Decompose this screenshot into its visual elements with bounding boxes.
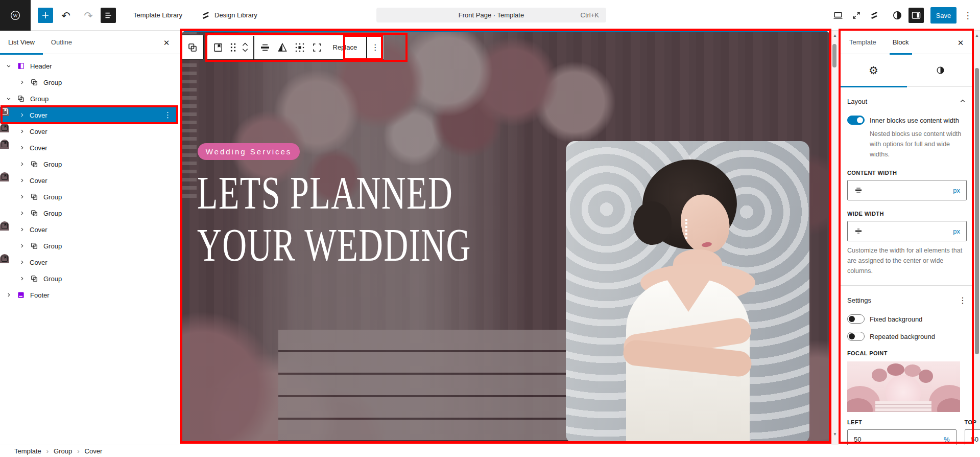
- canvas-scrollbar[interactable]: ▲ ▼: [831, 31, 839, 445]
- tab-block-styles[interactable]: [907, 54, 974, 86]
- block-options-button[interactable]: ⋮: [369, 36, 381, 59]
- fixed-background-row[interactable]: Fixed background: [847, 314, 967, 324]
- chevron-right-icon[interactable]: [17, 258, 27, 267]
- template-library-button[interactable]: Template Library: [133, 0, 182, 31]
- tab-list-view[interactable]: List View: [0, 31, 43, 54]
- chevron-right-icon[interactable]: [4, 290, 13, 300]
- repeated-background-row[interactable]: Repeated background: [847, 332, 967, 341]
- block-mover[interactable]: [239, 36, 251, 59]
- list-view-item-group[interactable]: Group: [0, 270, 178, 287]
- list-view-item-group[interactable]: Group: [0, 238, 178, 254]
- list-view-item-label: Group: [43, 79, 62, 86]
- list-view-toggle[interactable]: [101, 8, 116, 23]
- repeated-background-toggle[interactable]: [847, 332, 865, 341]
- focal-top-input[interactable]: [971, 436, 980, 443]
- options-icon[interactable]: ⋮: [164, 110, 172, 120]
- wide-width-unit[interactable]: px: [953, 227, 960, 235]
- chevron-down-icon[interactable]: [4, 94, 13, 103]
- design-library-icon: [200, 10, 211, 21]
- tab-outline[interactable]: Outline: [43, 31, 80, 54]
- design-library-topright-icon[interactable]: [869, 10, 880, 21]
- wordpress-logo[interactable]: W: [0, 0, 31, 31]
- duotone-icon: [276, 41, 289, 54]
- chevron-right-icon[interactable]: [17, 274, 27, 283]
- wide-width-field[interactable]: px: [847, 221, 967, 241]
- content-width-field[interactable]: px: [847, 180, 967, 200]
- wedding-services-badge[interactable]: Wedding Services: [198, 143, 300, 160]
- zoom-out-button[interactable]: [849, 8, 864, 23]
- content-width-unit[interactable]: px: [953, 187, 960, 194]
- replace-button[interactable]: Replace: [326, 36, 365, 59]
- layout-section-header[interactable]: Layout: [847, 95, 967, 107]
- align-none-icon: [259, 41, 271, 54]
- list-view-item-cover[interactable]: Cover: [0, 123, 178, 140]
- inner-blocks-toggle-row[interactable]: Inner blocks use content width: [847, 116, 967, 125]
- canvas-scrollbar-thumb[interactable]: [832, 44, 836, 67]
- settings-options-icon[interactable]: ⋮: [959, 295, 967, 305]
- drag-handle[interactable]: [227, 36, 239, 59]
- list-view-item-group[interactable]: Group: [0, 90, 178, 107]
- wide-width-input[interactable]: [867, 227, 953, 235]
- save-button[interactable]: Save: [930, 7, 957, 24]
- cover-block-type-button[interactable]: [209, 36, 227, 59]
- chevron-right-icon[interactable]: [17, 209, 27, 218]
- settings-panel-toggle[interactable]: [909, 8, 924, 23]
- content-width-input[interactable]: [867, 187, 953, 194]
- list-view-item-group[interactable]: Group: [0, 189, 178, 205]
- list-view-item-group[interactable]: Group: [0, 156, 178, 172]
- command-center[interactable]: Front Page · Template Ctrl+K: [376, 8, 606, 22]
- focal-left-input[interactable]: [854, 436, 944, 443]
- list-view-item-cover[interactable]: Cover: [0, 221, 178, 238]
- list-view-item-cover[interactable]: Cover: [0, 140, 178, 156]
- fixed-background-toggle[interactable]: [847, 314, 865, 324]
- breadcrumb-group[interactable]: Group: [54, 447, 72, 455]
- sidebar-scrollbar[interactable]: ▲ ▼: [974, 31, 980, 445]
- focal-left-unit[interactable]: %: [944, 436, 950, 443]
- chevron-right-icon[interactable]: [17, 225, 27, 234]
- list-view-item-cover[interactable]: Cover⋮: [0, 107, 178, 123]
- scroll-up-icon[interactable]: ▲: [831, 32, 839, 39]
- tab-template[interactable]: Template: [841, 31, 885, 54]
- bride-photo[interactable]: [566, 141, 809, 444]
- list-view-item-group[interactable]: Group: [0, 74, 178, 90]
- full-height-button[interactable]: [308, 36, 326, 59]
- options-menu-button[interactable]: ⋮: [960, 8, 975, 23]
- inner-blocks-toggle[interactable]: [847, 116, 865, 125]
- scroll-down-icon[interactable]: ▼: [831, 430, 839, 438]
- list-view-item-label: Cover: [30, 259, 47, 266]
- chevron-right-icon[interactable]: [17, 176, 27, 185]
- sidebar-scrollbar-thumb[interactable]: [975, 68, 979, 354]
- focal-point-picker[interactable]: [847, 361, 960, 412]
- list-view-item-cover[interactable]: Cover: [0, 172, 178, 189]
- inserter-button[interactable]: [38, 8, 53, 23]
- duotone-filter-button[interactable]: [274, 36, 291, 59]
- redo-button[interactable]: ↷: [81, 8, 96, 23]
- design-library-button[interactable]: Design Library: [214, 0, 257, 31]
- tab-block-settings[interactable]: ⚙: [840, 54, 907, 86]
- close-icon[interactable]: ✕: [160, 37, 173, 49]
- styles-button[interactable]: [890, 8, 905, 23]
- select-parent-group-button[interactable]: [181, 35, 204, 60]
- list-view-item-header[interactable]: Header: [0, 58, 178, 74]
- chevron-right-icon[interactable]: [17, 159, 27, 169]
- cover-block[interactable]: Wedding Services LETS PLANNEDYOUR WEDDIN…: [181, 31, 830, 444]
- chevron-right-icon[interactable]: [17, 78, 27, 87]
- breadcrumb-template[interactable]: Template: [14, 447, 41, 455]
- hero-title[interactable]: LETS PLANNEDYOUR WEDDING: [197, 167, 471, 271]
- align-button[interactable]: [256, 36, 274, 59]
- chevron-right-icon[interactable]: [17, 143, 27, 152]
- chevron-right-icon[interactable]: [17, 241, 27, 250]
- list-view-item-cover[interactable]: Cover: [0, 254, 178, 270]
- list-view-item-footer[interactable]: Footer: [0, 287, 178, 303]
- scroll-up-icon[interactable]: ▲: [974, 32, 980, 39]
- chevron-right-icon[interactable]: [17, 110, 27, 120]
- chevron-down-icon[interactable]: [4, 61, 13, 71]
- tab-block[interactable]: Block: [885, 31, 917, 54]
- chevron-right-icon[interactable]: [17, 192, 27, 201]
- chevron-right-icon[interactable]: [17, 127, 27, 136]
- content-position-button[interactable]: [291, 36, 308, 59]
- undo-button[interactable]: ↶: [58, 8, 74, 23]
- close-icon[interactable]: ✕: [954, 37, 967, 49]
- view-button[interactable]: [830, 8, 846, 23]
- list-view-item-group[interactable]: Group: [0, 205, 178, 221]
